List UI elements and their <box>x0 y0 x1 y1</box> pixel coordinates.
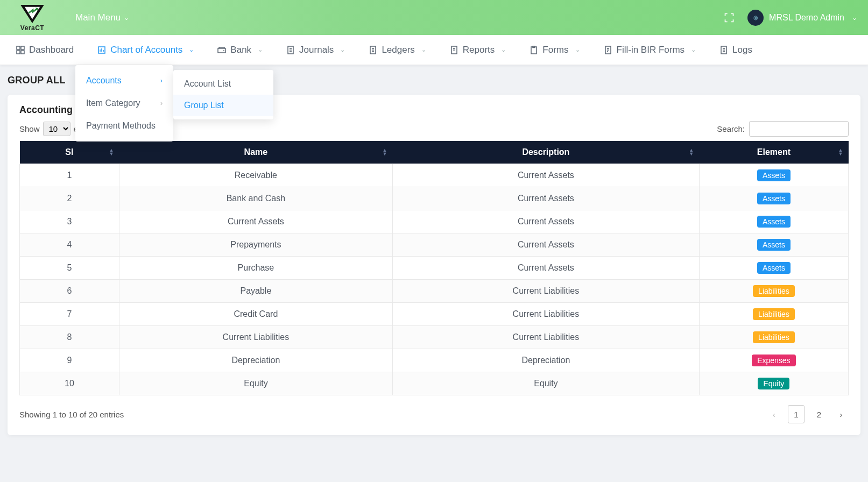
cell-desc: Current Assets <box>392 210 699 233</box>
nav-icon <box>719 46 728 54</box>
search-input[interactable] <box>749 121 849 137</box>
col-description[interactable]: Description▲▼ <box>392 141 699 164</box>
cell-name: Current Assets <box>119 210 392 233</box>
chevron-down-icon: ⌄ <box>124 14 129 22</box>
chevron-down-icon: ⌄ <box>189 46 194 53</box>
dropdown-item-label: Accounts <box>86 76 122 86</box>
chevron-down-icon: ⌄ <box>258 46 263 53</box>
submenu-accounts: Account ListGroup List <box>173 70 273 119</box>
nav-item-forms[interactable]: Forms⌄ <box>520 40 589 60</box>
cell-sl: 4 <box>20 233 119 257</box>
table-row: 5PurchaseCurrent AssetsAssets <box>20 257 849 280</box>
table-row: 8Current LiabilitiesCurrent LiabilitiesL… <box>20 326 849 349</box>
element-badge: Liabilities <box>753 285 795 297</box>
dropdown-item-item-category[interactable]: Item Category› <box>75 92 173 115</box>
cell-name: Equity <box>119 372 392 395</box>
table-row: 1ReceivableCurrent AssetsAssets <box>20 164 849 187</box>
dropdown-item-payment-methods[interactable]: Payment Methods <box>75 115 173 137</box>
submenu-item-group-list[interactable]: Group List <box>173 95 273 116</box>
page-1[interactable]: 1 <box>788 405 804 423</box>
nav-item-fill-in-bir-forms[interactable]: Fill-in BIR Forms⌄ <box>594 40 706 60</box>
main-menu-label: Main Menu <box>75 12 121 23</box>
pagination: ‹12› <box>766 405 849 423</box>
dropdown-chart-of-accounts: Accounts›Item Category›Payment Methods <box>75 65 173 141</box>
nav-item-journals[interactable]: Journals⌄ <box>277 40 355 60</box>
nav-item-label: Chart of Accounts <box>110 45 182 55</box>
nav-item-chart-of-accounts[interactable]: Chart of Accounts⌄ <box>88 40 203 60</box>
cell-desc: Current Assets <box>392 187 699 210</box>
cell-name: Bank and Cash <box>119 187 392 210</box>
table-row: 9DepreciationDepreciationExpenses <box>20 349 849 372</box>
cell-name: Current Liabilities <box>119 326 392 349</box>
col-sl[interactable]: Sl▲▼ <box>20 141 119 164</box>
dropdown-item-label: Item Category <box>86 98 140 108</box>
chevron-down-icon: ⌄ <box>691 46 696 53</box>
col-element[interactable]: Element▲▼ <box>699 141 848 164</box>
element-badge: Assets <box>757 193 791 204</box>
avatar: ◎ <box>747 10 764 26</box>
cell-desc: Current Assets <box>392 257 699 280</box>
col-label: Name <box>244 147 268 157</box>
cell-sl: 9 <box>20 349 119 372</box>
nav-item-label: Forms <box>542 45 568 55</box>
nav-item-bank[interactable]: Bank⌄ <box>208 40 272 60</box>
chevron-down-icon: ⌄ <box>340 46 345 53</box>
search-label: Search: <box>717 124 745 133</box>
nav-item-reports[interactable]: Reports⌄ <box>440 40 516 60</box>
col-name[interactable]: Name▲▼ <box>119 141 392 164</box>
table-row: 6PayableCurrent LiabilitiesLiabilities <box>20 280 849 303</box>
cell-name: Prepayments <box>119 233 392 257</box>
cell-name: Receivable <box>119 164 392 187</box>
nav-icon <box>369 46 377 54</box>
chevron-down-icon: ⌄ <box>501 46 506 53</box>
cell-element: Assets <box>699 164 848 187</box>
brand-logo[interactable]: VeraCT <box>0 4 65 32</box>
element-badge: Liabilities <box>753 331 795 343</box>
col-label: Element <box>757 147 791 157</box>
table-footer: Showing 1 to 10 of 20 entries ‹12› <box>19 405 849 423</box>
cell-sl: 3 <box>20 210 119 233</box>
col-label: Sl <box>65 147 73 157</box>
svg-rect-5 <box>17 51 20 54</box>
element-badge: Assets <box>757 262 791 274</box>
chevron-down-icon: ⌄ <box>575 46 580 53</box>
nav-item-label: Bank <box>230 45 251 55</box>
page-prev[interactable]: ‹ <box>766 405 781 423</box>
dropdown-item-accounts[interactable]: Accounts› <box>75 69 173 92</box>
table-info: Showing 1 to 10 of 20 entries <box>19 410 124 419</box>
cell-sl: 1 <box>20 164 119 187</box>
nav-icon <box>530 46 538 54</box>
cell-sl: 7 <box>20 303 119 326</box>
cell-sl: 8 <box>20 326 119 349</box>
table-row: 4PrepaymentsCurrent AssetsAssets <box>20 233 849 257</box>
nav-item-label: Journals <box>299 45 334 55</box>
sort-icon: ▲▼ <box>689 148 694 156</box>
table-row: 7Credit CardCurrent LiabilitiesLiabiliti… <box>20 303 849 326</box>
main-menu-button[interactable]: Main Menu ⌄ <box>75 12 129 23</box>
page-size-select[interactable]: 10 <box>43 122 70 136</box>
cell-element: Equity <box>699 372 848 395</box>
fullscreen-button[interactable] <box>724 12 735 23</box>
page-next[interactable]: › <box>834 405 849 423</box>
user-menu[interactable]: ◎ MRSL Demo Admin ⌄ <box>747 10 857 26</box>
cell-element: Assets <box>699 210 848 233</box>
cell-element: Assets <box>699 187 848 210</box>
chevron-down-icon: ⌄ <box>421 46 426 53</box>
cell-desc: Current Liabilities <box>392 326 699 349</box>
cell-sl: 5 <box>20 257 119 280</box>
cell-desc: Depreciation <box>392 349 699 372</box>
cell-desc: Current Assets <box>392 164 699 187</box>
brand-name: VeraCT <box>20 24 44 32</box>
page-2[interactable]: 2 <box>811 405 827 423</box>
cell-sl: 6 <box>20 280 119 303</box>
nav-item-logs[interactable]: Logs <box>710 40 762 60</box>
nav-item-dashboard[interactable]: Dashboard <box>6 40 83 60</box>
chevron-down-icon: ⌄ <box>852 14 857 22</box>
chevron-right-icon: › <box>160 100 163 107</box>
nav-item-ledgers[interactable]: Ledgers⌄ <box>359 40 435 60</box>
submenu-item-account-list[interactable]: Account List <box>173 73 273 95</box>
table-row: 2Bank and CashCurrent AssetsAssets <box>20 187 849 210</box>
svg-rect-6 <box>21 51 24 54</box>
svg-rect-4 <box>21 46 24 49</box>
user-name: MRSL Demo Admin <box>769 13 844 23</box>
